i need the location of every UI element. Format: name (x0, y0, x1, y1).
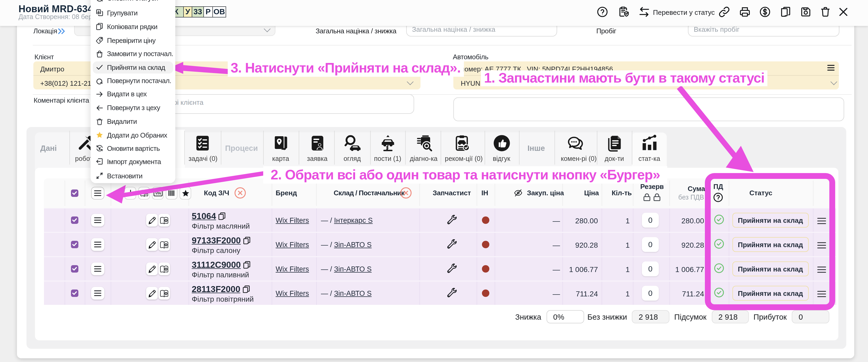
svg-text:VIN: VIN (155, 191, 160, 195)
svg-text:$: $ (99, 39, 101, 42)
